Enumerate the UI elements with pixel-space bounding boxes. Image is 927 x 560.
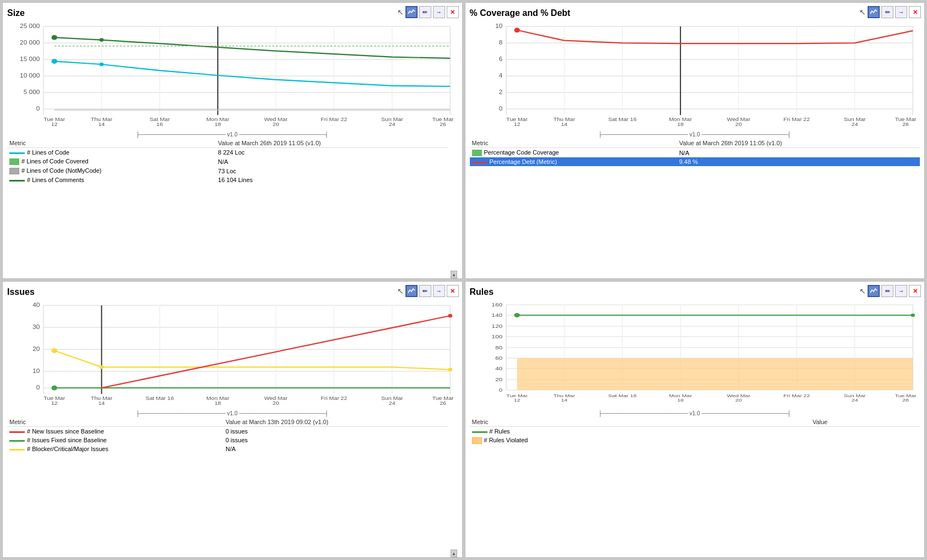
svg-point-38 (100, 63, 104, 67)
svg-text:26: 26 (440, 400, 446, 406)
svg-text:160: 160 (491, 301, 502, 307)
dashboard: ↖ ✏ → ✕ Size (0, 0, 927, 560)
close-btn-size[interactable]: ✕ (447, 6, 459, 18)
edit-btn-size[interactable]: ✏ (419, 6, 431, 18)
svg-text:18: 18 (677, 122, 683, 127)
arrow-btn-rules[interactable]: → (895, 285, 907, 297)
svg-text:30: 30 (32, 324, 40, 330)
chart-btn-size[interactable] (405, 6, 418, 18)
metric-row: # Lines of Code 8 224 Loc (7, 148, 448, 157)
edit-btn-rules[interactable]: ✏ (881, 285, 893, 297)
svg-text:0: 0 (498, 387, 502, 392)
svg-text:26: 26 (902, 122, 909, 127)
svg-text:26: 26 (902, 398, 909, 403)
svg-text:10: 10 (495, 23, 502, 29)
svg-point-157 (910, 314, 915, 317)
edit-btn-coverage[interactable]: ✏ (881, 6, 893, 18)
svg-point-113 (52, 386, 58, 391)
panel-coverage-toolbar: ↖ ✏ → ✕ (859, 6, 921, 18)
svg-text:18: 18 (215, 122, 221, 127)
issues-metrics-table: Metric Value at March 13th 2019 09:02 (v… (7, 418, 448, 453)
svg-point-37 (52, 59, 58, 64)
scroll-up-arrow[interactable]: ▲ (451, 271, 457, 278)
svg-text:6: 6 (498, 56, 502, 62)
svg-text:20: 20 (273, 122, 279, 127)
svg-text:24: 24 (851, 398, 858, 403)
chart-btn-coverage[interactable] (868, 6, 880, 18)
panel-coverage: ↖ ✏ → ✕ % Coverage and % Debt (465, 2, 925, 279)
value-col-header: Value (810, 418, 920, 427)
svg-text:12: 12 (513, 398, 520, 403)
metric-row-highlighted: Percentage Debt (Metric) 9.48 % (470, 157, 920, 166)
chart-btn-rules[interactable] (868, 285, 880, 297)
svg-point-114 (448, 314, 452, 318)
issues-chart: 40 30 20 10 0 Tue Mar 12 Thu Mar 14 Sat … (7, 299, 458, 409)
rules-metrics-table: Metric Value # Rules # Rules Violated (470, 418, 920, 445)
svg-text:120: 120 (491, 323, 502, 328)
chart-btn-issues[interactable] (405, 285, 418, 297)
metric-col-header: Metric (7, 418, 223, 427)
svg-text:12: 12 (51, 122, 58, 127)
svg-text:0: 0 (36, 106, 40, 112)
svg-point-112 (448, 367, 452, 371)
metric-row: # Lines of Code (NotMyCode) 73 Loc (7, 166, 448, 175)
panel-size-toolbar: ↖ ✏ → ✕ (397, 6, 459, 18)
svg-text:0: 0 (36, 385, 40, 391)
size-metrics-table: Metric Value at March 26th 2019 11:05 (v… (7, 139, 448, 184)
svg-point-39 (52, 35, 58, 40)
svg-text:2: 2 (498, 89, 502, 95)
arrow-btn-issues[interactable]: → (433, 285, 445, 297)
svg-text:20: 20 (495, 376, 502, 382)
svg-text:10 000: 10 000 (20, 73, 40, 79)
coverage-chart: 10 8 6 4 2 0 Tue Mar 12 Thu Mar 14 Sat M… (470, 20, 920, 130)
metric-row: Percentage Code Coverage N/A (470, 148, 920, 158)
panel-size: ↖ ✏ → ✕ Size (2, 2, 463, 279)
value-col-header: Value at March 13th 2019 09:02 (v1.0) (223, 418, 448, 427)
svg-point-76 (514, 28, 520, 32)
svg-text:20 000: 20 000 (20, 40, 40, 46)
arrow-btn-size[interactable]: → (433, 6, 445, 18)
scroll-up-arrow[interactable]: ▲ (451, 550, 457, 557)
cursor-icon: ↖ (397, 8, 404, 17)
svg-text:20: 20 (735, 122, 742, 127)
svg-text:40: 40 (32, 302, 40, 308)
metric-col-header: Metric (470, 418, 810, 427)
arrow-btn-coverage[interactable]: → (895, 6, 907, 18)
svg-text:Fri Mar 22: Fri Mar 22 (783, 393, 810, 398)
svg-text:20: 20 (735, 398, 742, 403)
svg-text:25 000: 25 000 (20, 23, 40, 29)
svg-text:15 000: 15 000 (20, 56, 40, 62)
close-btn-coverage[interactable]: ✕ (909, 6, 921, 18)
cursor-icon: ↖ (859, 287, 866, 295)
svg-text:18: 18 (215, 400, 221, 406)
svg-point-40 (100, 38, 104, 42)
svg-text:Fri Mar 22: Fri Mar 22 (321, 117, 347, 122)
svg-text:12: 12 (51, 400, 58, 406)
svg-text:80: 80 (495, 344, 502, 350)
svg-text:12: 12 (513, 122, 520, 127)
close-btn-issues[interactable]: ✕ (447, 285, 459, 297)
svg-text:16: 16 (156, 122, 163, 127)
svg-text:24: 24 (389, 400, 396, 406)
metric-row: # New Issues since Baseline 0 issues (7, 427, 448, 436)
svg-point-110 (52, 348, 58, 353)
value-col-header: Value at March 26th 2019 11:05 (v1.0) (677, 139, 920, 148)
value-col-header: Value at March 26th 2019 11:05 (v1.0) (216, 139, 447, 148)
issues-version: ├────────────────────── v1.0 ───────────… (7, 410, 458, 416)
svg-text:14: 14 (98, 400, 105, 406)
edit-btn-issues[interactable]: ✏ (419, 285, 431, 297)
svg-text:24: 24 (851, 122, 858, 127)
rules-version: ├────────────────────── v1.0 ───────────… (470, 410, 920, 416)
panel-size-title: Size (7, 8, 458, 18)
svg-text:40: 40 (495, 365, 502, 371)
close-btn-rules[interactable]: ✕ (909, 285, 921, 297)
size-version: ├────────────────────── v1.0 ───────────… (7, 131, 458, 138)
metric-row: # Lines of Comments 16 104 Lines (7, 175, 448, 184)
coverage-version: ├────────────────────── v1.0 ───────────… (470, 131, 920, 138)
svg-text:4: 4 (498, 73, 502, 79)
svg-text:18: 18 (677, 398, 683, 403)
svg-text:Sat Mar 16: Sat Mar 16 (608, 117, 637, 122)
rules-chart: 160 140 120 100 80 60 40 20 0 Tue Mar 12… (470, 299, 920, 409)
panel-rules-title: Rules (470, 287, 920, 297)
svg-text:26: 26 (440, 122, 446, 127)
